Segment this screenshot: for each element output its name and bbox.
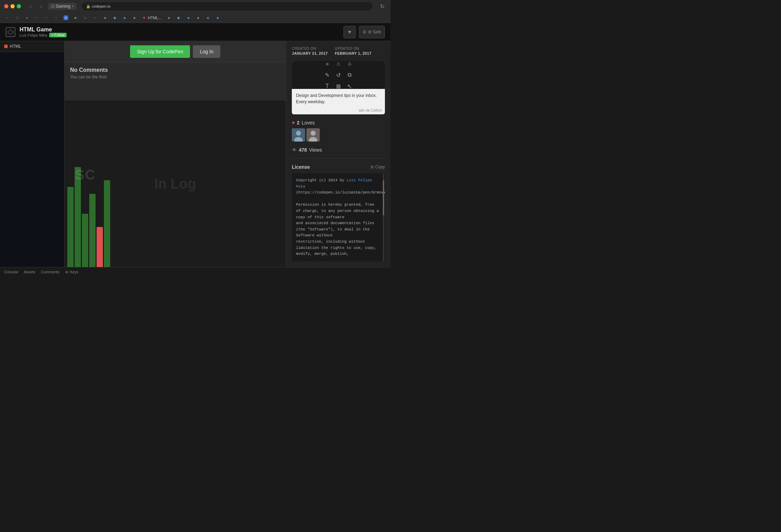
html-label: HTML [10, 44, 21, 49]
svg-point-12 [311, 131, 316, 136]
bookmark-item[interactable]: ◈ [184, 14, 193, 21]
bookmark-item[interactable]: ◈ [164, 14, 173, 21]
game-bar-active [97, 227, 103, 267]
gear-icon: ⚙ [363, 30, 366, 35]
game-canvas: In Log SC [65, 100, 286, 267]
split-view: Sign Up for CodePen Log In No Comments Y… [65, 41, 286, 267]
browser-titlebar: ‹ › ⬡ Gaming ▾ 🔒 codepen.io ↻ [0, 0, 390, 13]
bookmark-item[interactable]: ◈ [213, 14, 222, 21]
ad-icon: ⊹ [345, 61, 355, 69]
browser-tab[interactable]: ⬡ Gaming ▾ [48, 3, 76, 10]
views-label: Views [309, 147, 322, 153]
bookmark-item[interactable]: ◉ [110, 14, 119, 21]
console-tab[interactable]: Console [4, 270, 18, 274]
bookmark-item[interactable]: ○ [3, 14, 12, 21]
copy-button[interactable]: ⧉ Copy [371, 165, 385, 169]
back-button[interactable]: ‹ [26, 2, 35, 10]
bookmark-item[interactable]: ◈ [100, 14, 109, 21]
created-label: Created on [292, 47, 328, 51]
follow-button[interactable]: + Follow [49, 33, 67, 37]
lock-icon: 🔒 [86, 5, 90, 8]
tab-dropdown-icon: ▾ [72, 5, 74, 8]
bookmark-item[interactable]: ▷ [81, 14, 90, 21]
copy-label: Copy [375, 165, 385, 169]
avatar[interactable] [292, 128, 305, 142]
eye-icon: 👁 [292, 147, 297, 153]
ad-icon: ⌂ [334, 61, 343, 69]
ad-icon: ⊠ [334, 81, 343, 91]
ad-preview-image: » ⌂ ⊹ ✎ ↺ ⧉ T ⊠ ↖ [292, 61, 385, 89]
bookmark-item[interactable]: ○ [91, 14, 100, 21]
tab-icon: ⬡ [51, 4, 54, 9]
copy-icon: ⧉ [371, 165, 374, 169]
dates-section: Created on JANUARY 21, 2017 Updated on F… [292, 47, 385, 55]
bookmark-item[interactable]: ◈ [194, 14, 203, 21]
command-icon: ⌘ [65, 271, 68, 274]
comments-tab[interactable]: Comments [41, 270, 59, 274]
license-line-3: and associated documentation files (the … [296, 220, 381, 239]
bookmark-item[interactable]: ○ [42, 14, 51, 21]
views-count: 478 [299, 147, 307, 153]
bookmark-item[interactable]: ◈ [130, 14, 139, 21]
svg-line-4 [12, 31, 14, 31]
ad-banner[interactable]: » ⌂ ⊹ ✎ ↺ ⧉ T ⊠ ↖ Design and Development… [292, 61, 385, 114]
bookmark-item[interactable]: ▶ [71, 14, 80, 21]
license-header: License ⧉ Copy [292, 164, 385, 170]
license-scrollbar[interactable] [383, 173, 384, 261]
comments-section: No Comments You can be the first! [65, 62, 286, 100]
game-area: In Log SC [65, 100, 286, 267]
maximize-button[interactable] [17, 4, 21, 8]
bookmark-item[interactable]: ⬡ [13, 14, 22, 21]
page-header: HTML Game Luis Felipe Mika + Follow ♥ ⚙ … [0, 23, 390, 41]
bottom-bar: Console Assets Comments ⌘ Keys [0, 267, 390, 277]
bookmark-item[interactable]: ○ [32, 14, 41, 21]
svg-point-9 [296, 131, 301, 136]
bookmark-item-html[interactable]: ◆ HTML... [139, 14, 164, 21]
created-value: JANUARY 21, 2017 [292, 51, 328, 55]
settings-button[interactable]: ⚙ ⚙ Setti [359, 26, 385, 38]
forward-button[interactable]: › [37, 2, 45, 10]
license-line-2: Permission is hereby granted, free of ch… [296, 202, 381, 220]
updated-label: Updated on [335, 47, 371, 51]
page-content: HTML Sign Up for CodePen Log In [0, 41, 390, 267]
bookmark-item[interactable]: B [61, 14, 70, 21]
ad-icons-grid: » ⌂ ⊹ ✎ ↺ ⧉ T ⊠ ↖ [320, 61, 357, 93]
ad-icon: ↺ [334, 70, 343, 80]
address-text: codepen.io [92, 4, 111, 8]
license-section: License ⧉ Copy Copyright (c) 2024 by Lui… [292, 158, 385, 261]
bookmark-item[interactable]: ● [22, 14, 31, 21]
bookmark-item[interactable]: ◈ [203, 14, 212, 21]
svg-line-5 [8, 31, 9, 31]
game-score-text: SC [75, 167, 96, 183]
love-button[interactable]: ♥ [343, 26, 356, 38]
license-author-link[interactable]: Luis Felipe Mika [296, 178, 372, 189]
avatar[interactable] [306, 128, 320, 142]
keys-tab[interactable]: ⌘ Keys [65, 270, 79, 274]
minimize-button[interactable] [10, 4, 15, 8]
loves-label: Loves [302, 120, 314, 126]
heart-icon: ♥ [292, 120, 295, 126]
address-bar[interactable]: 🔒 codepen.io [82, 2, 372, 10]
close-button[interactable] [4, 4, 8, 8]
ad-icon: ✎ [323, 70, 332, 80]
assets-tab[interactable]: Assets [24, 270, 35, 274]
svg-line-7 [8, 32, 9, 33]
browser-navigation: ‹ › [26, 2, 45, 10]
right-sidebar: Created on JANUARY 21, 2017 Updated on F… [286, 41, 390, 267]
reload-button[interactable]: ↻ [378, 2, 386, 10]
author-name[interactable]: Luis Felipe Mika [20, 33, 47, 37]
svg-marker-1 [9, 30, 12, 33]
auth-buttons: Sign Up for CodePen Log In [130, 45, 220, 58]
tab-label: Gaming [56, 4, 70, 9]
signup-button[interactable]: Sign Up for CodePen [130, 45, 190, 58]
license-title: License [292, 164, 310, 170]
loves-header: ♥ 2 Loves [292, 120, 385, 126]
bookmark-item[interactable]: ◈ [120, 14, 129, 21]
bookmark-item[interactable]: ○ [52, 14, 61, 21]
game-bar [104, 180, 110, 267]
code-editor[interactable] [0, 52, 64, 267]
login-button[interactable]: Log In [193, 45, 220, 58]
html-tab[interactable]: HTML [0, 41, 64, 52]
header-actions: ♥ ⚙ ⚙ Setti [343, 26, 385, 38]
bookmark-item[interactable]: ◉ [174, 14, 183, 21]
